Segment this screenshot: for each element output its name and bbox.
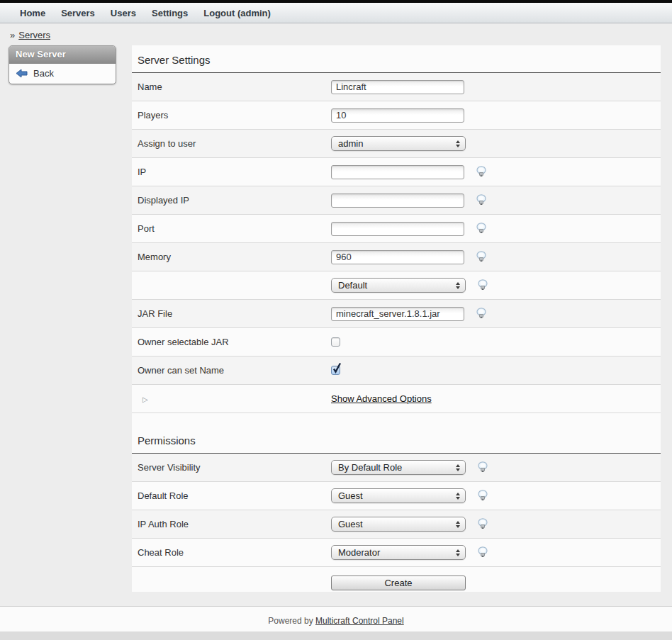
help-icon[interactable] [476, 251, 487, 263]
breadcrumb-separator: » [10, 30, 15, 40]
server-visibility-value: By Default Role [338, 462, 402, 473]
main-navbar: Home Servers Users Settings Logout (admi… [0, 3, 672, 23]
help-icon[interactable] [476, 308, 487, 320]
multicraft-link[interactable]: Multicraft Control Panel [315, 616, 404, 626]
select-arrows-icon [456, 549, 460, 556]
section-title-permissions: Permissions [132, 426, 661, 454]
row-port: Port [132, 215, 661, 243]
field-label-memory: Memory [138, 252, 331, 262]
row-ip: IP [132, 158, 661, 186]
footer: Powered by Multicraft Control Panel [0, 606, 672, 631]
row-jar-file: JAR File [132, 300, 661, 328]
nav-item-servers[interactable]: Servers [61, 8, 95, 18]
help-icon[interactable] [477, 546, 488, 558]
field-label-ip: IP [138, 167, 331, 177]
help-icon[interactable] [477, 461, 488, 473]
memory-preset-select[interactable]: Default [331, 278, 466, 293]
field-label-jar-file: JAR File [138, 308, 331, 319]
row-default-role: Default Role Guest [132, 482, 661, 510]
field-label-owner-can-set-name: Owner can set Name [138, 365, 331, 376]
assign-to-user-select[interactable]: admin [331, 136, 466, 151]
server-visibility-select[interactable]: By Default Role [331, 460, 466, 475]
nav-item-home[interactable]: Home [20, 8, 45, 18]
create-row: Create [132, 576, 661, 592]
nav-item-settings[interactable]: Settings [152, 8, 188, 18]
row-server-visibility: Server Visibility By Default Role [132, 454, 661, 482]
field-label-ip-auth-role: IP Auth Role [138, 519, 331, 529]
footer-text: Powered by [268, 616, 315, 626]
field-label-players: Players [138, 110, 331, 120]
main-content: Server Settings Name Players Assign to u… [132, 45, 661, 592]
memory-input[interactable] [331, 250, 464, 264]
nav-item-logout[interactable]: Logout (admin) [203, 8, 271, 18]
breadcrumb-servers-link[interactable]: Servers [18, 30, 50, 40]
help-icon[interactable] [477, 490, 488, 502]
row-cheat-role: Cheat Role Moderator [132, 539, 661, 567]
field-label-displayed-ip: Displayed IP [138, 195, 331, 206]
back-label: Back [33, 68, 54, 79]
memory-preset-value: Default [338, 280, 367, 291]
help-icon[interactable] [476, 166, 487, 178]
field-label-name: Name [138, 82, 331, 92]
cheat-role-value: Moderator [338, 547, 380, 558]
field-label-owner-selectable-jar: Owner selectable JAR [138, 337, 331, 347]
assign-to-user-value: admin [338, 138, 363, 149]
select-arrows-icon [456, 464, 460, 471]
port-input[interactable] [331, 222, 464, 236]
field-label-server-visibility: Server Visibility [138, 462, 331, 473]
players-input[interactable] [331, 108, 464, 123]
select-arrows-icon [456, 493, 460, 500]
select-arrows-icon [456, 140, 460, 147]
select-arrows-icon [456, 521, 460, 528]
cheat-role-select[interactable]: Moderator [331, 545, 466, 560]
field-label-port: Port [138, 223, 331, 234]
row-owner-can-set-name: Owner can set Name [132, 357, 661, 385]
row-owner-selectable-jar: Owner selectable JAR [132, 328, 661, 357]
field-label-assign-to-user: Assign to user [138, 138, 331, 149]
name-input[interactable] [331, 80, 464, 94]
create-button[interactable]: Create [331, 576, 466, 590]
help-icon[interactable] [477, 279, 488, 291]
row-memory: Memory [132, 243, 661, 271]
breadcrumb: »Servers [0, 23, 672, 40]
section-title-server-settings: Server Settings [132, 45, 661, 73]
default-role-select[interactable]: Guest [331, 488, 466, 503]
ip-auth-role-select[interactable]: Guest [331, 517, 466, 532]
displayed-ip-input[interactable] [331, 193, 464, 208]
row-name: Name [132, 73, 661, 101]
field-label-default-role: Default Role [138, 490, 331, 501]
sidebar-panel: New Server Back [9, 45, 116, 84]
help-icon[interactable] [476, 194, 487, 206]
ip-input[interactable] [331, 165, 464, 179]
select-arrows-icon [456, 282, 460, 289]
ip-auth-role-value: Guest [338, 519, 363, 529]
nav-item-users[interactable]: Users [111, 8, 136, 18]
row-displayed-ip: Displayed IP [132, 186, 661, 215]
sidebar-item-back[interactable]: Back [9, 64, 116, 84]
section-permissions: Permissions Server Visibility By Default… [132, 426, 661, 567]
sidebar-title: New Server [9, 46, 116, 64]
field-label-cheat-role: Cheat Role [138, 547, 331, 558]
row-ip-auth-role: IP Auth Role Guest [132, 510, 661, 539]
back-arrow-icon [16, 69, 28, 78]
jar-file-input[interactable] [331, 307, 464, 321]
disclosure-triangle-icon[interactable]: ▷ [138, 395, 148, 403]
row-memory-preset: Default [132, 271, 661, 300]
show-advanced-options-link[interactable]: Show Advanced Options [331, 393, 432, 404]
section-server-settings: Server Settings Name Players Assign to u… [132, 45, 661, 413]
help-icon[interactable] [476, 223, 487, 235]
help-icon[interactable] [477, 518, 488, 530]
row-advanced-options: ▷ Show Advanced Options [132, 385, 661, 413]
bottom-strip [0, 631, 672, 640]
default-role-value: Guest [338, 490, 363, 501]
row-players: Players [132, 101, 661, 130]
row-assign-to-user: Assign to user admin [132, 130, 661, 158]
owner-selectable-jar-checkbox[interactable] [331, 337, 340, 347]
owner-can-set-name-checkbox[interactable] [331, 366, 340, 375]
